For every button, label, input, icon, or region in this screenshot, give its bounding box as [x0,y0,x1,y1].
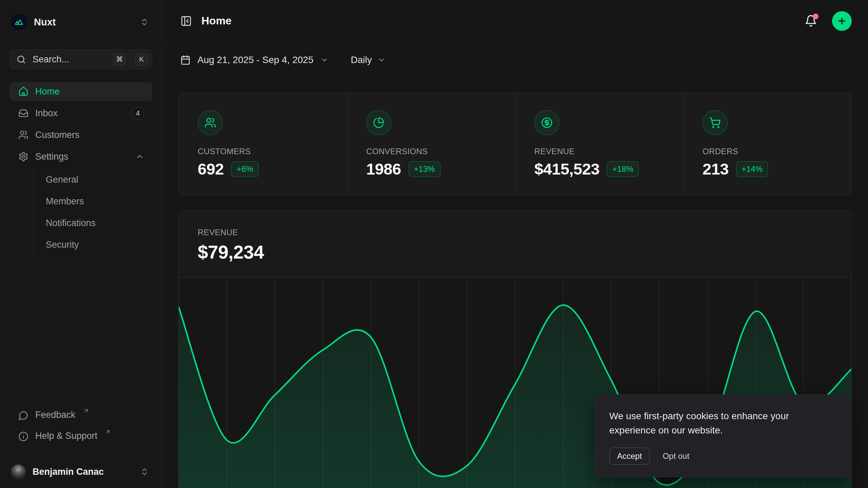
revenue-chart-label: REVENUE [198,228,832,237]
sidebar-item-inbox[interactable]: Inbox 4 [9,104,152,123]
sidebar-item-settings[interactable]: Settings [9,147,152,166]
team-switcher[interactable]: Nuxt [9,9,152,35]
revenue-chart-value: $79,234 [198,241,832,263]
user-name: Benjamin Canac [33,467,104,477]
stat-value: $415,523 [534,160,599,178]
sidebar-item-security[interactable]: Security [46,234,152,256]
granularity-value: Daily [351,55,372,65]
sidebar-item-members[interactable]: Members [46,190,152,212]
cookie-message: We use first-party cookies to enhance yo… [609,409,809,438]
chevron-down-icon [320,56,329,64]
sidebar-item-label: Inbox [35,108,58,119]
calendar-icon [180,55,191,65]
info-circle-icon [18,431,28,442]
footer-link-label: Help & Support [35,431,97,441]
users-icon [18,130,28,140]
stat-card-revenue[interactable]: REVENUE $415,523 +18% [515,93,683,195]
home-icon [18,86,28,97]
page-title: Home [201,15,232,27]
sidebar-item-general[interactable]: General [46,169,152,190]
date-range-value: Aug 21, 2025 - Sep 4, 2025 [197,55,314,65]
add-button[interactable] [832,11,852,31]
search-icon [17,55,26,64]
collapse-sidebar-button[interactable] [180,15,192,27]
sidebar-item-label: Customers [35,130,80,140]
dollar-circle-icon [534,110,559,135]
chevron-up-down-icon [140,18,149,26]
arrow-up-right-icon [105,429,111,435]
settings-submenu: General Members Notifications Security [34,169,152,256]
stat-card-conversions[interactable]: CONVERSIONS 1986 +13% [347,93,515,195]
search-placeholder: Search... [33,54,106,65]
opt-out-button[interactable]: Opt out [663,451,689,461]
stat-label: CUSTOMERS [198,147,337,156]
feedback-link[interactable]: Feedback [9,407,152,426]
stat-label: REVENUE [534,147,673,156]
notification-dot [813,14,818,19]
sidebar-item-label: Home [35,86,60,97]
stat-delta-badge: +6% [231,161,259,177]
user-menu[interactable]: Benjamin Canac [9,456,152,479]
chevron-up-down-icon [140,467,149,476]
notifications-button[interactable] [805,15,817,27]
inbox-icon [18,108,28,118]
sidebar-item-customers[interactable]: Customers [9,125,152,144]
chevron-up-icon [135,152,144,161]
plus-icon [837,16,847,26]
pie-chart-icon [366,110,391,135]
chat-bubble-icon [18,410,28,421]
sidebar: Nuxt Search... ⌘ K Home [0,0,162,488]
stat-card-orders[interactable]: ORDERS 213 +14% [683,93,851,195]
sidebar-item-home[interactable]: Home [9,82,152,101]
stat-value: 213 [703,160,729,178]
arrow-up-right-icon [83,408,89,414]
users-icon [198,110,223,135]
brand-name: Nuxt [34,17,56,28]
help-support-link[interactable]: Help & Support [9,428,152,447]
cookie-banner: We use first-party cookies to enhance yo… [595,394,852,477]
sidebar-item-notifications[interactable]: Notifications [46,212,152,234]
footer-link-label: Feedback [35,410,76,420]
granularity-select[interactable]: Daily [351,55,386,65]
kbd-cmd: ⌘ [113,53,126,66]
stat-delta-badge: +13% [409,161,440,177]
stat-delta-badge: +14% [736,161,768,177]
topbar: Home [162,0,868,42]
stat-card-customers[interactable]: CUSTOMERS 692 +6% [179,93,347,195]
sidebar-item-label: Settings [35,151,68,162]
search-input[interactable]: Search... ⌘ K [9,49,152,69]
sidebar-spacer [9,256,152,407]
stat-delta-badge: +18% [607,161,639,177]
gear-icon [18,151,28,162]
stat-label: CONVERSIONS [366,147,505,156]
stat-value: 692 [198,160,224,178]
date-range-picker[interactable]: Aug 21, 2025 - Sep 4, 2025 [180,55,329,65]
cart-icon [703,110,728,135]
nuxt-logo-icon [11,14,27,30]
sidebar-nav: Home Inbox 4 Customers Settings [9,82,152,256]
accept-cookies-button[interactable]: Accept [609,448,650,465]
inbox-count-badge: 4 [132,107,144,120]
filterbar: Aug 21, 2025 - Sep 4, 2025 Daily [162,42,868,78]
stats-row: CUSTOMERS 692 +6% CONVERSIONS 1986 +13% [178,93,852,195]
kbd-k: K [135,53,148,66]
chevron-down-icon [377,56,386,64]
stat-label: ORDERS [703,147,841,156]
avatar [11,464,26,479]
stat-value: 1986 [366,160,401,178]
